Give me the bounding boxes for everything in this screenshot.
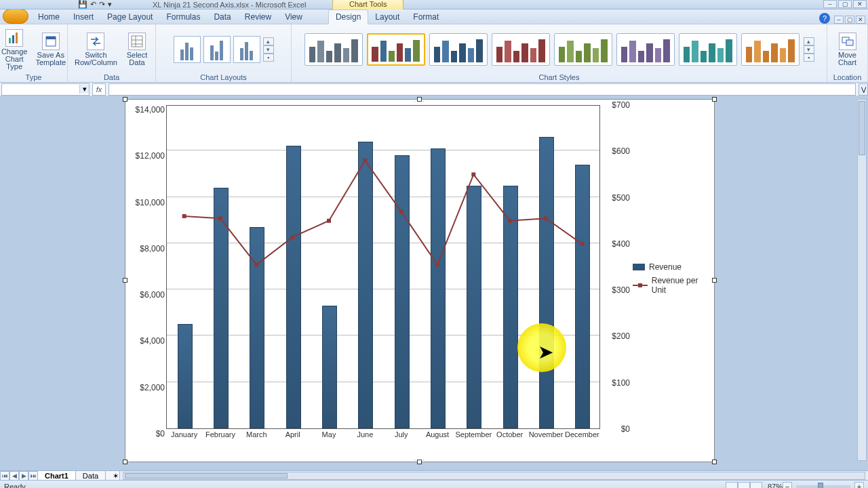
tab-nav-first[interactable]: ⏮ [0, 471, 9, 481]
chart-style-8[interactable] [741, 33, 800, 66]
close-button[interactable]: ✕ [853, 0, 867, 8]
chart-style-7[interactable] [679, 33, 737, 66]
tab-layout[interactable]: Layout [368, 10, 406, 24]
sheet-tab-chart1[interactable]: Chart1 [37, 471, 76, 481]
x-tick: January [171, 430, 197, 439]
horizontal-scrollbar[interactable] [123, 472, 865, 480]
view-page-break-button[interactable] [750, 482, 762, 489]
formula-input[interactable] [108, 83, 856, 96]
chart-style-3[interactable] [429, 33, 488, 66]
zoom-in-button[interactable]: + [854, 482, 864, 489]
x-tick: April [285, 430, 300, 439]
resize-handle[interactable] [712, 97, 717, 102]
plot-area[interactable]: JanuaryFebruaryMarchAprilMayJuneJulyAugu… [166, 105, 600, 443]
tab-view[interactable]: View [278, 10, 309, 24]
view-page-layout-button[interactable] [738, 482, 750, 489]
tab-design[interactable]: Design [328, 9, 368, 24]
name-box-dropdown-icon[interactable]: ▾ [79, 85, 89, 94]
resize-handle[interactable] [712, 460, 717, 464]
chart-object[interactable]: ···· ···· $0$2,000$4,000$6,000$8,000$10,… [125, 99, 715, 462]
ribbon-close-button[interactable]: ✕ [856, 16, 865, 24]
minimize-button[interactable]: – [823, 0, 837, 8]
chart-style-6[interactable] [616, 33, 675, 66]
change-chart-type-button[interactable]: Change Chart Type [0, 28, 30, 72]
chart-layouts-nav[interactable]: ▴▾▪ [263, 37, 274, 62]
secondary-y-axis[interactable]: $0$100$200$300$400$500$600$700 [603, 105, 630, 429]
bar[interactable] [503, 186, 518, 429]
chart-style-1[interactable] [304, 33, 363, 66]
ribbon-minimize-button[interactable]: – [834, 16, 844, 24]
bar[interactable] [395, 155, 410, 428]
scrollbar-thumb[interactable] [125, 473, 288, 479]
chart-styles-nav[interactable]: ▴▾▪ [804, 37, 814, 62]
help-icon[interactable]: ? [819, 13, 830, 24]
resize-handle[interactable] [123, 278, 127, 283]
template-icon [42, 33, 60, 50]
tab-nav-next[interactable]: ▶ [19, 471, 28, 481]
office-button[interactable] [3, 9, 28, 24]
redo-icon[interactable]: ↷ [99, 0, 105, 9]
sheet-tab-new[interactable]: ✶ [105, 471, 120, 481]
bar[interactable] [467, 186, 481, 429]
bar[interactable] [214, 188, 229, 428]
group-data-label: Data [104, 73, 119, 81]
move-chart-button[interactable]: Move Chart [831, 31, 863, 68]
bar[interactable] [286, 146, 301, 428]
chart-style-5[interactable] [554, 33, 612, 66]
y-tick-right: $300 [612, 285, 630, 295]
y-tick-right: $600 [612, 146, 630, 156]
sheet-tab-data[interactable]: Data [75, 471, 106, 481]
save-icon[interactable]: 💾 [78, 0, 87, 9]
bar[interactable] [539, 137, 554, 428]
tab-home[interactable]: Home [31, 10, 66, 24]
scrollbar-thumb[interactable] [859, 101, 865, 155]
formula-bar-expand-icon[interactable]: ⋁ [859, 83, 868, 96]
tab-data[interactable]: Data [207, 10, 237, 24]
x-axis[interactable]: JanuaryFebruaryMarchAprilMayJuneJulyAugu… [166, 430, 600, 443]
save-as-template-button[interactable]: Save As Template [33, 31, 68, 68]
resize-handle[interactable] [123, 460, 127, 464]
tab-review[interactable]: Review [238, 10, 278, 24]
primary-y-axis[interactable]: $0$2,000$4,000$6,000$8,000$10,000$12,000… [132, 105, 165, 429]
fx-button[interactable]: fx [92, 83, 106, 96]
qat-more-icon[interactable]: ▾ [108, 0, 112, 9]
status-text: Ready [4, 483, 26, 489]
ribbon-restore-button[interactable]: ▢ [845, 16, 854, 24]
tab-page-layout[interactable]: Page Layout [100, 10, 159, 24]
bar[interactable] [250, 227, 264, 428]
group-chart-styles: ▴▾▪ Chart Styles [292, 24, 827, 82]
bar[interactable] [322, 306, 337, 428]
change-chart-type-label: Change Chart Type [1, 48, 28, 70]
tab-insert[interactable]: Insert [66, 10, 100, 24]
y-tick-right: $100 [612, 378, 630, 388]
zoom-out-button[interactable]: − [783, 482, 792, 489]
name-box[interactable]: ▾ [1, 83, 90, 96]
tab-nav-prev[interactable]: ◀ [9, 471, 19, 481]
legend[interactable]: Revenue Revenue per Unit [633, 262, 714, 299]
vertical-scrollbar[interactable] [857, 99, 867, 461]
chart-layout-1[interactable] [174, 36, 201, 63]
select-data-button[interactable]: Select Data [123, 31, 151, 68]
chart-layout-3[interactable] [233, 36, 260, 63]
bar[interactable] [431, 148, 446, 428]
move-chart-label: Move Chart [834, 52, 861, 66]
bar[interactable] [575, 165, 590, 428]
zoom-slider-knob[interactable] [818, 483, 823, 489]
chart-layout-2[interactable] [203, 36, 231, 63]
bar[interactable] [358, 142, 373, 428]
switch-row-column-button[interactable]: Switch Row/Column [72, 31, 120, 68]
chart-style-2[interactable] [367, 33, 425, 66]
undo-icon[interactable]: ↶ [90, 0, 96, 9]
zoom-slider[interactable] [796, 485, 850, 488]
maximize-button[interactable]: ▢ [838, 0, 852, 8]
tab-formulas[interactable]: Formulas [159, 10, 207, 24]
tab-nav-last[interactable]: ⏭ [28, 471, 38, 481]
legend-label-rpu: Revenue per Unit [652, 276, 714, 295]
bar[interactable] [178, 324, 193, 428]
chart-style-4[interactable] [492, 33, 550, 66]
resize-handle[interactable] [123, 97, 127, 102]
group-location-label: Location [833, 73, 862, 81]
view-normal-button[interactable] [726, 482, 738, 489]
move-chart-icon [839, 33, 856, 50]
tab-format[interactable]: Format [406, 10, 446, 24]
